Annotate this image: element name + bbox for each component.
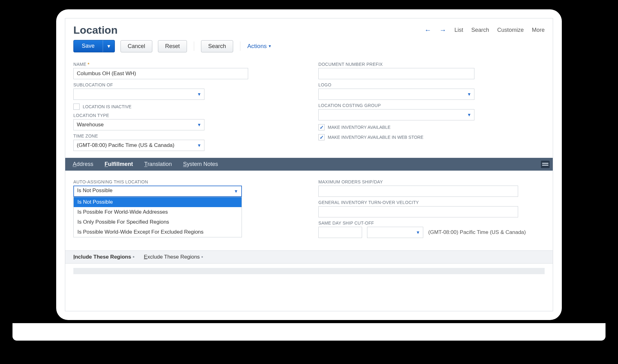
logo-value[interactable] <box>318 89 474 100</box>
timezone-value[interactable] <box>73 140 204 151</box>
cutoff-ampm-value[interactable] <box>367 227 423 238</box>
costing-group-label: LOCATION COSTING GROUP <box>318 103 545 108</box>
inventory-available-checkbox[interactable] <box>318 124 325 130</box>
save-button-dropdown[interactable]: ▾ <box>103 40 115 52</box>
fulfillment-body: AUTO-ASSIGNING THIS LOCATION Is Not Poss… <box>65 171 553 242</box>
form-area: NAME SUBLOCATION OF ▼ LOCATION IS INACTI… <box>65 59 553 152</box>
tab-address[interactable]: Address <box>73 161 93 167</box>
location-type-select[interactable]: ▼ <box>73 119 204 130</box>
search-button[interactable]: Search <box>201 40 233 52</box>
timezone-select[interactable]: ▼ <box>73 140 204 151</box>
header-links: ← → List Search Customize More <box>424 26 545 34</box>
auto-assign-dropdown: Is Not Possible Is Possible For World-Wi… <box>73 197 242 237</box>
auto-assign-label: AUTO-ASSIGNING THIS LOCATION <box>73 179 300 184</box>
costing-group-value[interactable] <box>318 109 474 120</box>
auto-assign-option-3[interactable]: Is Possible World-Wide Except For Exclud… <box>74 227 242 237</box>
inventory-available-web-row[interactable]: MAKE INVENTORY AVAILABLE IN WEB STORE <box>318 134 545 140</box>
laptop-base <box>12 323 606 341</box>
page-title: Location <box>73 24 118 36</box>
logo-select[interactable]: ▼ <box>318 89 474 100</box>
inventory-available-row[interactable]: MAKE INVENTORY AVAILABLE <box>318 124 545 130</box>
toolbar-divider <box>194 41 194 51</box>
name-label: NAME <box>73 62 300 67</box>
sublocation-label: SUBLOCATION OF <box>73 82 300 87</box>
fulfillment-left: AUTO-ASSIGNING THIS LOCATION Is Not Poss… <box>73 176 300 239</box>
cutoff-label: SAME DAY SHIP CUT-OFF <box>318 221 545 226</box>
cutoff-hour-input[interactable] <box>318 227 362 238</box>
laptop-frame: Location ← → List Search Customize More … <box>56 9 562 320</box>
save-button[interactable]: Save ▾ <box>73 40 115 52</box>
page-header: Location ← → List Search Customize More <box>65 18 553 38</box>
reset-button[interactable]: Reset <box>158 40 187 52</box>
header-link-list[interactable]: List <box>454 27 463 33</box>
toolbar: Save ▾ Cancel Reset Search Actions ▼ <box>65 38 553 59</box>
header-link-more[interactable]: More <box>532 27 545 33</box>
actions-label: Actions <box>247 43 267 50</box>
tab-fulfillment[interactable]: Fulfillment <box>105 161 133 167</box>
inventory-available-web-checkbox[interactable] <box>318 134 325 140</box>
sublocation-value[interactable] <box>73 89 204 100</box>
cutoff-row: ▼ (GMT-08:00) Pacific Time (US & Canada) <box>318 227 545 238</box>
inventory-available-web-label: MAKE INVENTORY AVAILABLE IN WEB STORE <box>328 135 424 140</box>
subtab-exclude-regions[interactable]: Exclude These Regions <box>144 254 203 260</box>
header-link-customize[interactable]: Customize <box>497 27 524 33</box>
tab-translation[interactable]: Translation <box>144 161 172 167</box>
docprefix-input[interactable] <box>318 68 474 79</box>
sublocation-select[interactable]: ▼ <box>73 89 204 100</box>
velocity-label: GENERAL INVENTORY TURN-OVER VELOCITY <box>318 200 545 205</box>
timezone-label: TIME ZONE <box>73 133 300 138</box>
inventory-available-label: MAKE INVENTORY AVAILABLE <box>328 125 390 130</box>
subtab-include-regions[interactable]: Include These Regions <box>73 254 135 260</box>
inactive-checkbox-row[interactable]: LOCATION IS INACTIVE <box>73 104 300 110</box>
fulfillment-right: MAXIMUM ORDERS SHIP/DAY GENERAL INVENTOR… <box>318 176 545 239</box>
form-right-column: DOCUMENT NUMBER PREFIX LOGO ▼ LOCATION C… <box>318 59 545 152</box>
panel-toggle-icon[interactable] <box>541 161 550 168</box>
location-type-value[interactable] <box>73 119 204 130</box>
auto-assign-option-0[interactable]: Is Not Possible <box>74 197 242 207</box>
auto-assign-option-2[interactable]: Is Only Possible For Specified Regions <box>74 217 242 227</box>
chevron-down-icon: ▼ <box>234 189 238 194</box>
cutoff-tz-text: (GMT-08:00) Pacific Time (US & Canada) <box>428 229 526 235</box>
auto-assign-select-wrap: Is Not Possible ▼ Is Not Possible Is Pos… <box>73 186 300 197</box>
cutoff-ampm-select[interactable]: ▼ <box>367 227 423 238</box>
auto-assign-select[interactable]: Is Not Possible ▼ <box>73 186 242 197</box>
logo-label: LOGO <box>318 82 545 87</box>
form-left-column: NAME SUBLOCATION OF ▼ LOCATION IS INACTI… <box>73 59 300 152</box>
cancel-button[interactable]: Cancel <box>120 40 152 52</box>
location-type-label: LOCATION TYPE <box>73 113 300 118</box>
inactive-label: LOCATION IS INACTIVE <box>83 104 131 109</box>
docprefix-label: DOCUMENT NUMBER PREFIX <box>318 62 545 67</box>
actions-menu[interactable]: Actions ▼ <box>247 43 272 50</box>
header-link-search[interactable]: Search <box>471 27 489 33</box>
region-subtabs: Include These Regions Exclude These Regi… <box>65 250 553 264</box>
save-button-label: Save <box>74 40 103 52</box>
inactive-checkbox[interactable] <box>73 104 80 110</box>
auto-assign-option-1[interactable]: Is Possible For World-Wide Addresses <box>74 207 242 217</box>
nav-back-icon[interactable]: ← <box>424 26 431 34</box>
name-input[interactable] <box>73 68 248 79</box>
tab-bar: Address Fulfillment Translation System N… <box>65 158 553 171</box>
toolbar-divider-2 <box>240 41 240 51</box>
tab-system-notes[interactable]: System Notes <box>183 161 218 167</box>
max-orders-label: MAXIMUM ORDERS SHIP/DAY <box>318 179 545 184</box>
costing-group-select[interactable]: ▼ <box>318 109 474 120</box>
app-screen: Location ← → List Search Customize More … <box>65 18 553 311</box>
velocity-input[interactable] <box>318 206 518 217</box>
max-orders-input[interactable] <box>318 186 518 197</box>
region-grid-placeholder <box>73 268 545 274</box>
caret-down-icon: ▼ <box>268 44 272 48</box>
auto-assign-value: Is Not Possible <box>77 187 112 193</box>
nav-forward-icon[interactable]: → <box>439 26 446 34</box>
